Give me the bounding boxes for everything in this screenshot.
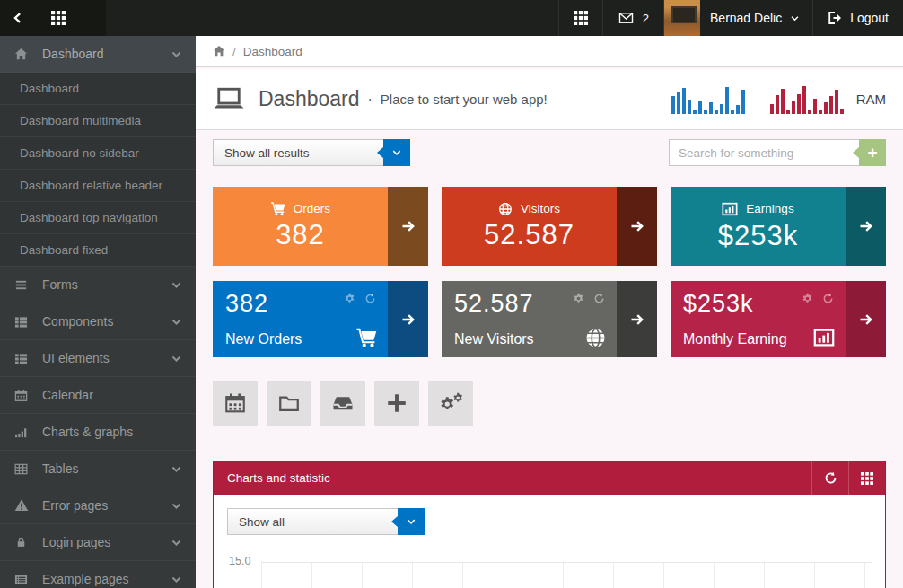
gear-icon[interactable]	[573, 293, 584, 304]
sidebar-subitem-dashboard-relative-header[interactable]: Dashboard relative header	[0, 170, 196, 202]
sidebar-subitem-dashboard[interactable]: Dashboard	[0, 73, 196, 105]
results-select[interactable]: Show all results	[213, 139, 410, 166]
inbox-button[interactable]	[320, 381, 365, 426]
sidebar-item-label: Calendar	[42, 388, 182, 402]
sidebar-subitem-label: Dashboard no sidebar	[20, 146, 139, 160]
settings-button[interactable]	[428, 381, 473, 426]
grid-icon	[574, 11, 588, 25]
cogs-icon	[439, 392, 463, 414]
charts-panel: Charts and statistic Show all 15.0	[213, 461, 886, 588]
sidebar-item-ui-elements[interactable]: UI elements	[0, 340, 196, 377]
sidebar-item-label: Error pages	[42, 498, 171, 513]
statistics-chart: 15.0	[227, 562, 872, 588]
sidebar-item-label: Login pages	[42, 535, 171, 549]
chevron-down-icon	[171, 537, 182, 549]
refresh-icon[interactable]	[593, 293, 605, 304]
home-icon[interactable]	[213, 45, 225, 57]
sidebar-subitem-label: Dashboard top navigation	[20, 211, 158, 224]
tile-label: Monthly Earning	[683, 331, 787, 347]
chevron-down-icon	[790, 13, 800, 23]
arrow-right-icon	[630, 219, 644, 233]
th-list-icon	[13, 352, 29, 365]
earnings-tile[interactable]: Earnings $253k	[671, 187, 886, 266]
chevron-down-icon	[171, 574, 182, 585]
tile-arrow-link[interactable]	[617, 187, 657, 266]
sidebar-subitem-dashboard-multimedia[interactable]: Dashboard multimedia	[0, 105, 196, 137]
sidebar-subitem-dashboard-no-sidebar[interactable]: Dashboard no sidebar	[0, 137, 196, 170]
calendar-button[interactable]	[213, 381, 258, 426]
title-separator: ·	[368, 92, 373, 108]
search-add-button[interactable]: +	[859, 139, 886, 166]
sidebar-item-label: Forms	[42, 277, 171, 292]
refresh-icon[interactable]	[364, 293, 376, 304]
select-dropdown-button[interactable]	[383, 139, 410, 166]
activity-sparkline	[671, 84, 747, 114]
new-orders-tile[interactable]: 382 New Orders	[213, 281, 428, 357]
tile-arrow-link[interactable]	[846, 281, 886, 357]
tile-arrow-link[interactable]	[388, 281, 428, 357]
panel-refresh-button[interactable]	[811, 461, 848, 495]
add-button[interactable]	[374, 381, 419, 426]
folder-button[interactable]	[267, 381, 311, 426]
chevron-down-icon	[406, 516, 416, 527]
sidebar-subitem-dashboard-fixed[interactable]: Dashboard fixed	[0, 234, 196, 267]
main-content: / Dashboard Dashboard · Place to start y…	[196, 36, 903, 588]
page-header: Dashboard · Place to start your web app!…	[196, 69, 903, 130]
messages-count: 2	[643, 12, 649, 25]
refresh-icon[interactable]	[822, 293, 834, 304]
sidebar-item-login-pages[interactable]: Login pages	[0, 524, 196, 561]
monthly-earning-tile[interactable]: $253k Monthly Earning	[671, 281, 886, 357]
sidebar-item-calendar[interactable]: Calendar	[0, 377, 196, 414]
chevron-down-icon	[171, 353, 182, 364]
chart-filter-select[interactable]: Show all	[227, 508, 425, 535]
apps-menu-button-right[interactable]	[558, 0, 602, 36]
bar-chart-icon	[722, 201, 738, 217]
sidebar-item-dashboard[interactable]: Dashboard	[0, 36, 196, 73]
new-visitors-tile[interactable]: 52.587 New Visitors	[442, 281, 657, 357]
apps-menu-button-left[interactable]	[36, 0, 106, 36]
tile-arrow-link[interactable]	[388, 187, 428, 266]
sidebar-item-components[interactable]: Components	[0, 303, 196, 340]
logout-button[interactable]: Logout	[812, 0, 903, 36]
inbox-icon	[332, 392, 354, 414]
messages-button[interactable]: 2	[602, 0, 663, 36]
panel-grid-button[interactable]	[848, 461, 885, 495]
sidebar-item-label: Components	[42, 314, 171, 329]
sidebar-item-forms[interactable]: Forms	[0, 267, 196, 303]
page-subtitle: Place to start your web app!	[381, 92, 548, 107]
stat-tiles-row-2: 382 New Orders 52.587 New Visitors $253k	[213, 281, 886, 357]
sidebar-subitem-label: Dashboard multimedia	[20, 114, 141, 127]
tile-arrow-link[interactable]	[846, 187, 886, 266]
tile-label: New Orders	[225, 331, 302, 347]
calendar-icon	[13, 389, 29, 402]
arrow-right-icon	[401, 312, 416, 327]
visitors-tile[interactable]: Visitors 52.587	[442, 187, 657, 266]
sidebar-item-error-pages[interactable]: Error pages	[0, 487, 196, 524]
calendar-icon	[224, 392, 246, 414]
filters-row: Show all results +	[213, 139, 886, 166]
ram-label: RAM	[856, 92, 886, 107]
sidebar-item-tables[interactable]: Tables	[0, 451, 196, 487]
sidebar-item-label: Charts & graphs	[42, 425, 182, 439]
gear-icon[interactable]	[802, 293, 813, 304]
orders-tile[interactable]: Orders 382	[213, 187, 428, 266]
tile-label: Earnings	[746, 202, 793, 215]
results-select-value: Show all results	[224, 146, 310, 160]
logout-label: Logout	[850, 11, 889, 25]
panel-title: Charts and statistic	[214, 461, 811, 495]
ram-sparkline	[770, 84, 846, 114]
home-icon	[13, 48, 29, 61]
sidebar-subitem-label: Dashboard	[20, 82, 79, 95]
sidebar-item-example-pages[interactable]: Example pages	[0, 561, 196, 588]
select-dropdown-button[interactable]	[398, 508, 425, 535]
sidebar-item-charts-graphs[interactable]: Charts & graphs	[0, 414, 196, 451]
avatar[interactable]	[664, 0, 700, 36]
tile-arrow-link[interactable]	[617, 281, 657, 357]
sidebar-collapse-button[interactable]	[0, 0, 36, 36]
search-input[interactable]	[670, 140, 849, 165]
gear-icon[interactable]	[344, 293, 355, 304]
user-menu[interactable]: Bernad Delic	[663, 0, 812, 36]
breadcrumb: / Dashboard	[196, 36, 903, 67]
sidebar-subitem-dashboard-top-navigation[interactable]: Dashboard top navigation	[0, 202, 196, 234]
folder-icon	[278, 392, 300, 414]
